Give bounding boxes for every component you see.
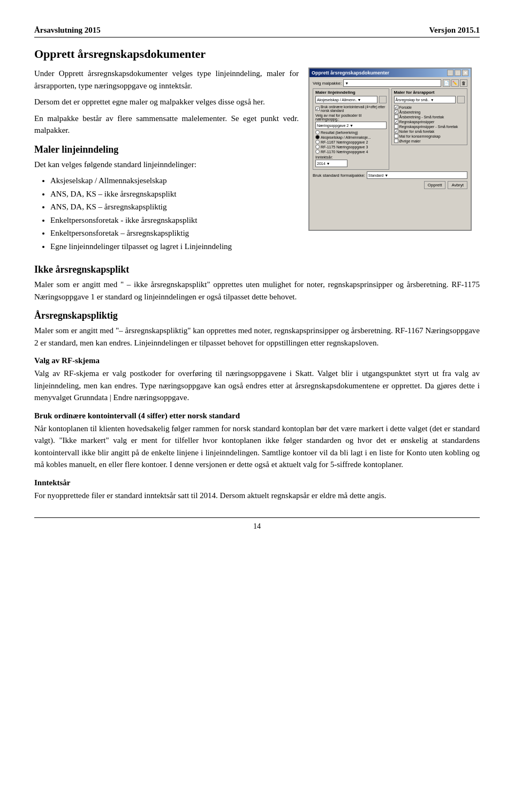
dialog-toolbar-buttons: 📄 ✏️ 🗑 bbox=[443, 79, 467, 87]
check-konsernregnskap: Mal for konsernregnskap bbox=[394, 134, 465, 138]
list-item: Enkeltpersonsforetak – årsregnskapsplikt… bbox=[50, 227, 299, 239]
label-arsberetning-sma: Årsberetning - Små foretak bbox=[399, 115, 444, 119]
radio-resultat: Resultat (beforerkring) bbox=[315, 130, 387, 134]
label-regnskapsprinsipper: Regnskapsprinsipper bbox=[399, 120, 435, 124]
arsregnskapspliktig-title: Årsregnskapspliktig bbox=[34, 310, 480, 321]
dialog-titlebar: Opprett årsregnskapsdokumenter _ □ ✕ bbox=[309, 69, 471, 77]
check-regnskapsprinsipper-sma: Regnskapsprinsipper - Små foretak bbox=[394, 124, 465, 129]
radio-btn-1[interactable] bbox=[315, 130, 320, 134]
dialog-title: Opprett årsregnskapsdokumenter bbox=[312, 70, 389, 76]
maler-arsrapport-section: Maler for årsrapport Årsregnskap for små… bbox=[391, 88, 468, 145]
radio-btn-5[interactable] bbox=[315, 149, 320, 154]
bruk-ordinere-checkbox[interactable] bbox=[315, 107, 320, 111]
avbryt-button[interactable]: Avbryt bbox=[448, 181, 467, 189]
checkbox-forside[interactable] bbox=[394, 105, 398, 109]
radio-label-aksjeselskap: Aksjeselskap / Allmennaksje... bbox=[321, 136, 371, 139]
maler-linjeinndeling-section: Maler linjeinndeling Aksjeselskap / Allm… bbox=[313, 88, 389, 170]
velg-malpakke-row: Velg malpakke: ▼ 📄 ✏️ 🗑 bbox=[313, 79, 467, 87]
main-section-title: Opprett årsregnskapsdokumenter bbox=[34, 47, 480, 61]
label-konsernregnskap: Mal for konsernregnskap bbox=[399, 134, 441, 138]
checkbox-konsernregnskap[interactable] bbox=[394, 134, 398, 138]
list-item: ANS, DA, KS – ikke årsregnskapsplikt bbox=[50, 188, 299, 200]
check-regnskapsprinsipper: Regnskapsprinsipper bbox=[394, 119, 465, 124]
maler-linjeinndeling-title: Maler linjeinndeling bbox=[34, 144, 299, 155]
checkbox-arsberetning-sma[interactable] bbox=[394, 115, 398, 119]
check-arsberetning: Årsberetning bbox=[394, 110, 465, 114]
ikke-arsregnskapsplikt-title: Ikke årsregnskapsplikt bbox=[34, 264, 480, 275]
toolbar-btn-3[interactable]: 🗑 bbox=[460, 79, 467, 87]
toolbar-btn-1[interactable]: 📄 bbox=[443, 79, 450, 87]
dialog-body: Velg malpakke: ▼ 📄 ✏️ 🗑 bbox=[309, 77, 471, 191]
linjeinndeling-dropdown[interactable]: Aksjeselskap / Allmenn..▼ bbox=[315, 96, 377, 103]
label-arsberetning: Årsberetning bbox=[399, 110, 421, 114]
velg-mal-dropdown[interactable]: Næringsoppgave 2 ▼ bbox=[315, 122, 387, 129]
inntektsar-dropdown[interactable]: 2014 ▼ bbox=[315, 160, 347, 167]
checkbox-noter-sma[interactable] bbox=[394, 129, 398, 133]
dialog-mockup: Opprett årsregnskapsdokumenter _ □ ✕ Vel… bbox=[308, 67, 472, 231]
bruk-ordinere-label: Bruk ordinære kontointervall (4+offe) et… bbox=[321, 105, 387, 112]
intro-p2: Dersom det er opprettet egne maler og ma… bbox=[34, 96, 299, 108]
dialog-left-panel: Maler linjeinndeling Aksjeselskap / Allm… bbox=[313, 88, 389, 171]
bruk-ordinere-check-row: Bruk ordinære kontointervall (4+offe) et… bbox=[315, 105, 387, 112]
minimize-button[interactable]: _ bbox=[447, 70, 453, 76]
linjeinndeling-list: Aksjeselskap / Allmennaksjeselskap ANS, … bbox=[50, 175, 299, 252]
intro-p3: En malpakke består av flere sammensatte … bbox=[34, 112, 299, 137]
list-item: ANS, DA, KS – årsregnskapspliktig bbox=[50, 201, 299, 213]
list-item: Enkeltpersonsforetak - ikke årsregnskaps… bbox=[50, 214, 299, 227]
valg-rf-skjema-body: Valg av RF-skjema er valg postkoder for … bbox=[34, 367, 480, 404]
radio-btn-3[interactable] bbox=[315, 140, 320, 144]
maler-linjeinndeling-intro: Det kan velges følgende standard linjein… bbox=[34, 159, 299, 171]
intro-p1: Under Opprett årsregnskapsdokumenter vel… bbox=[34, 67, 299, 92]
arsrapport-dropdown-row: Årsregnskap for små.. ▼ bbox=[394, 96, 465, 103]
label-noter-sma: Noter for små foretak bbox=[399, 130, 435, 133]
radio-rf1167: RF-1167 Næringsoppgave 2 bbox=[315, 140, 387, 144]
bruk-standard-label: Bruk standard formalpakke: bbox=[313, 173, 365, 178]
toolbar-btn-2[interactable]: ✏️ bbox=[451, 79, 459, 87]
label-forside: Forside bbox=[399, 106, 412, 109]
radio-label-resultat: Resultat (beforerkring) bbox=[321, 131, 358, 134]
page-footer: 14 bbox=[34, 517, 480, 531]
velg-malpakke-dropdown[interactable]: ▼ bbox=[343, 79, 441, 87]
dialog-button-row: Opprett Avbryt bbox=[313, 181, 467, 189]
page-number: 14 bbox=[253, 522, 261, 530]
arsregnskapspliktig-body: Maler som er angitt med "– årsregnskapsp… bbox=[34, 325, 480, 349]
inntektsar-label: Inntektsår: bbox=[315, 155, 387, 159]
header-title: Årsavslutning 2015 bbox=[34, 26, 101, 35]
dialog-titlebar-buttons: _ □ ✕ bbox=[447, 70, 468, 76]
radio-rf1175: RF-1175 Næringsoppgave 3 bbox=[315, 145, 387, 149]
checkbox-ovrige[interactable] bbox=[394, 139, 398, 143]
radio-btn-4[interactable] bbox=[315, 145, 320, 149]
maler-linjeinndeling-section-title: Maler linjeinndeling bbox=[315, 90, 387, 95]
page: Årsavslutning 2015 Versjon 2015.1 Oppret… bbox=[0, 0, 514, 563]
label-ovrige: Øvrige maler bbox=[399, 139, 421, 143]
radio-btn-2[interactable] bbox=[315, 135, 320, 139]
check-noter-sma: Noter for små foretak bbox=[394, 129, 465, 133]
radio-label-rf1167: RF-1167 Næringsoppgave 2 bbox=[321, 140, 368, 144]
opprett-button[interactable]: Opprett bbox=[424, 181, 446, 189]
maler-arsrapport-section-title: Maler for årsrapport bbox=[394, 90, 465, 95]
bruk-ordinere-title: Bruk ordinære kontointervall (4 siffer) … bbox=[34, 411, 480, 420]
linjeinndeling-btn[interactable] bbox=[379, 96, 387, 103]
bruk-standard-dropdown[interactable]: Standard ▼ bbox=[367, 171, 467, 179]
close-button[interactable]: ✕ bbox=[462, 70, 468, 76]
arsrapport-btn[interactable] bbox=[457, 96, 465, 103]
linjeinndeling-dropdown-row: Aksjeselskap / Allmenn..▼ bbox=[315, 96, 387, 103]
inntektsar-body: For nyopprettede filer er standard innte… bbox=[34, 490, 480, 502]
label-regnskapsprinsipper-sma: Regnskapsprinsipper - Små foretak bbox=[399, 125, 458, 129]
radio-aksjeselskap: Aksjeselskap / Allmennaksje... bbox=[315, 135, 387, 139]
right-column: Opprett årsregnskapsdokumenter _ □ ✕ Vel… bbox=[308, 67, 480, 257]
radio-label-rf1175: RF-1175 Næringsoppgave 3 bbox=[321, 145, 368, 149]
ikke-arsregnskapsplikt-body: Maler som er angitt med " – ikke årsregn… bbox=[34, 279, 480, 303]
left-column: Under Opprett årsregnskapsdokumenter vel… bbox=[34, 67, 299, 257]
dialog-two-panel: Maler linjeinndeling Aksjeselskap / Allm… bbox=[313, 88, 467, 171]
checkbox-regnskapsprinsipper[interactable] bbox=[394, 119, 398, 124]
arsrapport-dropdown[interactable]: Årsregnskap for små.. ▼ bbox=[394, 96, 456, 103]
two-column-layout: Under Opprett årsregnskapsdokumenter vel… bbox=[34, 67, 480, 257]
valg-rf-skjema-title: Valg av RF-skjema bbox=[34, 356, 480, 365]
maximize-button[interactable]: □ bbox=[455, 70, 461, 76]
checkbox-arsberetning[interactable] bbox=[394, 110, 398, 114]
page-header: Årsavslutning 2015 Versjon 2015.1 bbox=[34, 26, 480, 37]
checkbox-regnskapsprinsipper-sma[interactable] bbox=[394, 124, 398, 129]
velg-malpakke-label: Velg malpakke: bbox=[313, 81, 342, 86]
list-item: Aksjeselskap / Allmennaksjeselskap bbox=[50, 175, 299, 187]
